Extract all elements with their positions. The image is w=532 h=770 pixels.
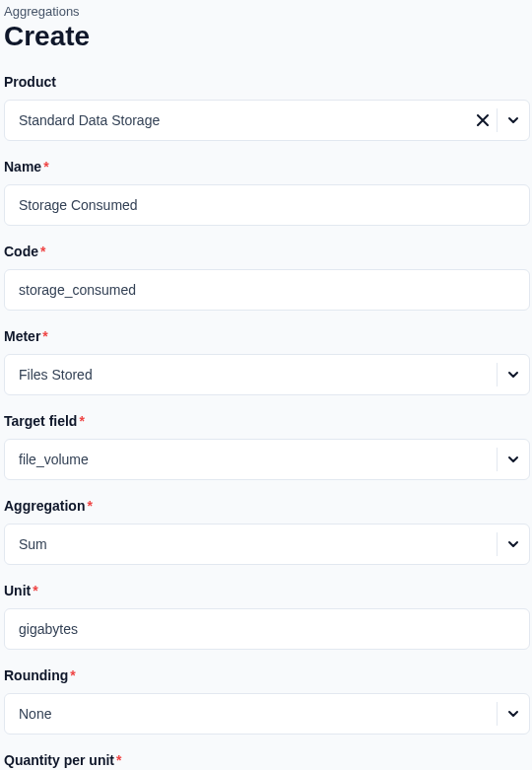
label-product-text: Product	[4, 74, 56, 90]
aggregation-controls	[497, 525, 529, 564]
field-rounding: Rounding* None	[4, 667, 530, 735]
label-qty: Quantity per unit*	[4, 752, 530, 768]
label-aggregation-text: Aggregation	[4, 498, 85, 514]
label-rounding-text: Rounding	[4, 667, 68, 683]
label-name-text: Name	[4, 159, 41, 175]
required-marker: *	[33, 583, 37, 598]
field-meter: Meter* Files Stored	[4, 328, 530, 395]
label-meter: Meter*	[4, 328, 530, 344]
label-code-text: Code	[4, 244, 38, 259]
target-value: file_volume	[5, 452, 497, 467]
product-controls	[469, 101, 529, 140]
chevron-down-icon[interactable]	[498, 525, 529, 564]
chevron-down-icon[interactable]	[498, 440, 529, 479]
breadcrumb[interactable]: Aggregations	[4, 4, 530, 19]
rounding-select[interactable]: None	[4, 693, 530, 735]
label-qty-text: Quantity per unit	[4, 752, 114, 768]
chevron-down-icon[interactable]	[498, 694, 529, 734]
required-marker: *	[42, 328, 47, 344]
clear-icon[interactable]	[469, 101, 497, 140]
required-marker: *	[40, 244, 45, 259]
label-target-text: Target field	[4, 413, 77, 429]
label-meter-text: Meter	[4, 328, 40, 344]
label-unit: Unit*	[4, 583, 530, 598]
meter-value: Files Stored	[5, 367, 497, 383]
name-input[interactable]	[4, 184, 530, 226]
product-value: Standard Data Storage	[5, 112, 469, 128]
page-title: Create	[4, 21, 530, 52]
label-target: Target field*	[4, 413, 530, 429]
required-marker: *	[116, 752, 121, 768]
meter-controls	[497, 355, 529, 394]
product-select[interactable]: Standard Data Storage	[4, 100, 530, 141]
field-aggregation: Aggregation* Sum	[4, 498, 530, 565]
chevron-down-icon[interactable]	[498, 101, 529, 140]
code-input[interactable]	[4, 269, 530, 311]
required-marker: *	[87, 498, 92, 514]
target-controls	[497, 440, 529, 479]
field-name: Name*	[4, 159, 530, 226]
target-select[interactable]: file_volume	[4, 439, 530, 480]
label-name: Name*	[4, 159, 530, 175]
meter-select[interactable]: Files Stored	[4, 354, 530, 395]
required-marker: *	[79, 413, 84, 429]
field-qty: Quantity per unit*	[4, 752, 530, 770]
field-product: Product Standard Data Storage	[4, 74, 530, 141]
chevron-down-icon[interactable]	[498, 355, 529, 394]
required-marker: *	[70, 667, 75, 683]
rounding-controls	[497, 694, 529, 734]
aggregation-select[interactable]: Sum	[4, 524, 530, 565]
label-product: Product	[4, 74, 530, 90]
label-aggregation: Aggregation*	[4, 498, 530, 514]
required-marker: *	[43, 159, 48, 175]
label-unit-text: Unit	[4, 583, 31, 598]
label-rounding: Rounding*	[4, 667, 530, 683]
field-code: Code*	[4, 244, 530, 311]
label-code: Code*	[4, 244, 530, 259]
aggregation-value: Sum	[5, 536, 497, 552]
rounding-value: None	[5, 706, 497, 722]
unit-input[interactable]	[4, 608, 530, 650]
field-unit: Unit*	[4, 583, 530, 650]
field-target: Target field* file_volume	[4, 413, 530, 480]
